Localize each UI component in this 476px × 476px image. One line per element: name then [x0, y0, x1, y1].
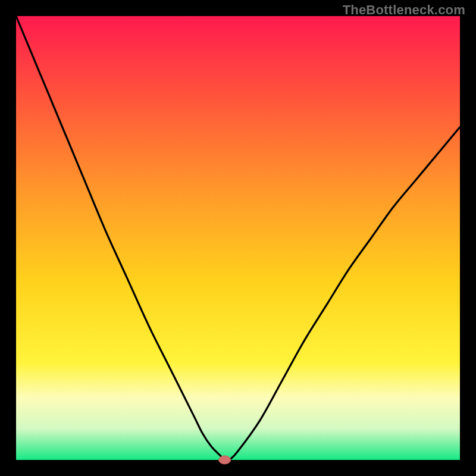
optimum-marker [219, 456, 231, 464]
gradient-background [16, 16, 460, 460]
chart-frame: { "watermark": "TheBottleneck.com", "col… [0, 0, 476, 476]
watermark-text: TheBottleneck.com [343, 2, 465, 18]
bottleneck-chart [0, 0, 476, 476]
